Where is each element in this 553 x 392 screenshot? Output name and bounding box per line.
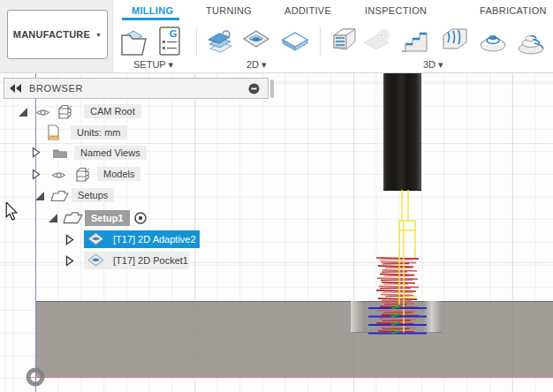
tree-item-named-views[interactable]: Named Views: [74, 146, 147, 160]
flow-button[interactable]: [439, 25, 471, 58]
browser-scrollbar[interactable]: [270, 79, 274, 98]
open-folder-icon: [50, 189, 69, 202]
active-tab-underline: [122, 18, 179, 20]
tab-additive[interactable]: ADDITIVE: [284, 5, 331, 16]
expanded-triangle-icon[interactable]: [48, 214, 58, 223]
nc-program-icon: G: [154, 25, 186, 58]
3d-pocket-icon: [328, 25, 360, 58]
group-divider: [196, 26, 197, 57]
gcode-letter: G: [170, 28, 178, 39]
eye-icon[interactable]: [51, 170, 66, 180]
radio-active-icon[interactable]: [133, 211, 148, 225]
new-setup-button[interactable]: [117, 25, 149, 58]
group-divider: [320, 26, 321, 57]
2d-adaptive-icon: [204, 25, 236, 58]
face-icon: [279, 25, 311, 58]
fusion-manufacture-window: MANUFACTURE ▼ MILLING TURNING ADDITIVE I…: [0, 0, 553, 392]
parallel-steps-icon: [399, 25, 431, 58]
grid-major-line: [0, 262, 553, 263]
viewport[interactable]: [0, 72, 553, 392]
steep-and-shallow-button[interactable]: [361, 25, 393, 58]
tool-holder: [383, 72, 421, 191]
collapsed-triangle-icon[interactable]: [32, 147, 41, 158]
tree-item-setups[interactable]: Setups: [72, 188, 114, 202]
open-folder-icon: [63, 210, 83, 224]
browser-title: BROWSER: [29, 83, 83, 94]
tab-fabrication[interactable]: FABRICATION: [480, 5, 547, 16]
collapsed-triangle-icon[interactable]: [32, 169, 41, 180]
folder-icon: [52, 147, 68, 159]
setup-icon: [117, 25, 149, 58]
face-button[interactable]: [279, 25, 311, 58]
workspace-switcher-button[interactable]: MANUFACTURE ▼: [7, 10, 108, 59]
spiral-ramp-icon: [515, 25, 547, 58]
grid-major-line: [0, 143, 553, 144]
tab-inspection[interactable]: INSPECTION: [365, 5, 427, 16]
x-axis-line: [27, 377, 553, 378]
workspace-label: MANUFACTURE: [13, 29, 90, 40]
tree-item-units[interactable]: Units: mm: [71, 125, 127, 139]
morph-button[interactable]: [477, 25, 509, 58]
toolbar: MANUFACTURE ▼ MILLING TURNING ADDITIVE I…: [0, 0, 553, 73]
tree-item-models[interactable]: Models: [97, 167, 140, 181]
3d-group-dropdown[interactable]: 3D ▾: [423, 59, 443, 71]
spiral-ramp-button[interactable]: [515, 25, 547, 58]
2d-adaptive-button[interactable]: [204, 25, 236, 58]
tree-item-cam-root[interactable]: CAM Root: [84, 104, 141, 118]
document-ruler-icon: [47, 124, 60, 140]
2d-group-dropdown[interactable]: 2D ▾: [246, 59, 267, 71]
3d-pocket-button[interactable]: [328, 25, 360, 58]
tree-item-setup1[interactable]: Setup1: [85, 210, 130, 226]
stock-body: [36, 301, 553, 378]
tab-milling[interactable]: MILLING: [132, 5, 173, 16]
collapsed-triangle-icon[interactable]: [65, 255, 74, 267]
steep-and-shallow-icon: [361, 25, 393, 58]
browser-panel-header: BROWSER: [4, 78, 269, 99]
flow-icon: [439, 25, 471, 58]
tab-turning[interactable]: TURNING: [206, 5, 252, 16]
body-icon: [55, 103, 72, 119]
caret-down-icon: ▼: [95, 32, 102, 38]
y-axis-line: [35, 72, 36, 392]
2d-pocket-icon: [240, 25, 272, 58]
collapsed-triangle-icon[interactable]: [65, 234, 74, 245]
2d-pocket-button[interactable]: [240, 25, 272, 58]
eye-icon[interactable]: [35, 108, 50, 117]
machined-slot: [351, 301, 442, 333]
body-icon: [72, 166, 90, 182]
morph-icon: [477, 25, 509, 58]
parallel-steps-button[interactable]: [399, 25, 431, 58]
collapse-panel-icon[interactable]: [10, 84, 22, 93]
setup-group-dropdown[interactable]: SETUP ▾: [133, 59, 173, 71]
expanded-triangle-icon[interactable]: [18, 108, 28, 117]
expanded-triangle-icon[interactable]: [34, 192, 45, 201]
operation-icon: [87, 232, 104, 245]
create-nc-program-button[interactable]: G: [154, 25, 186, 58]
minus-circle-icon[interactable]: [248, 83, 260, 94]
operation-icon: [87, 253, 104, 267]
